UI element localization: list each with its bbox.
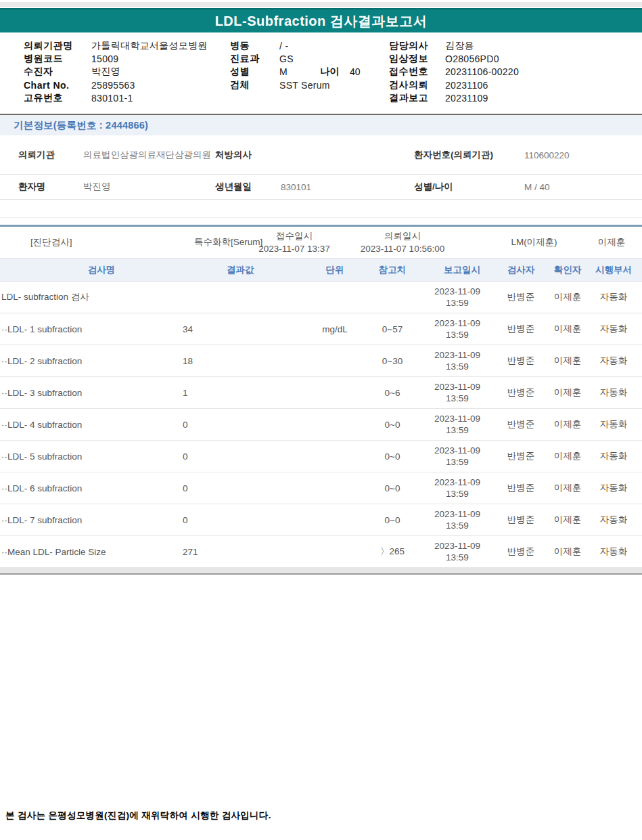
field-value: 박진영 — [91, 66, 120, 78]
report-date: 2023-11-09 — [423, 540, 492, 552]
section-gap — [0, 218, 642, 225]
report-date: 2023-11-09 — [423, 286, 492, 297]
report-datetime-cell: 2023-11-09 13:59 — [423, 413, 492, 436]
report-date: 2023-11-09 — [423, 477, 492, 488]
confirmer-cell: 이제훈 — [550, 482, 585, 494]
order-lm-staff: LM(이제훈) — [499, 236, 570, 248]
report-datetime-cell: 2023-11-09 13:59 — [423, 445, 492, 468]
field-label: 결과보고 — [389, 92, 445, 104]
outsourcing-note: 본 검사는 은평성모병원(진검)에 재위탁하여 시행한 검사입니다. — [5, 810, 271, 822]
tester-cell: 반병준 — [492, 482, 550, 494]
results-table-header: 검사명 결과값 단위 참고치 보고일시 검사자 확인자 시행부서 — [0, 259, 642, 282]
report-time: 13:59 — [423, 297, 492, 309]
tester-cell: 반병준 — [492, 418, 550, 430]
department-cell: 자동화 — [585, 291, 642, 303]
patient-header-field: 진료과 GS — [230, 52, 330, 65]
report-time: 13:59 — [423, 552, 492, 563]
result-value-cell: 271 — [156, 547, 308, 557]
confirmer-cell: 이제훈 — [550, 386, 585, 399]
request-value: 2023-11-07 10:56:00 — [348, 242, 457, 255]
basic-info-row-1: 의뢰기관 의료법인삼광의료재단삼광의원 처방의사 환자번호(의뢰기관) 1106… — [0, 135, 642, 175]
report-datetime-cell: 2023-11-09 13:59 — [423, 286, 492, 309]
patient-header-field: 결과보고 20231109 — [389, 92, 519, 105]
field-extra-value: 40 — [350, 66, 361, 77]
field-label: 검체 — [230, 79, 279, 91]
report-time: 13:59 — [423, 488, 492, 500]
report-time: 13:59 — [423, 329, 492, 340]
column-header-unit: 단위 — [308, 264, 362, 276]
patient-header-field: 병원코드 15009 — [24, 52, 208, 65]
field-value: 25895563 — [91, 80, 135, 91]
request-datetime: 의뢰일시 2023-11-07 10:56:00 — [348, 229, 457, 255]
result-value-cell: 18 — [156, 356, 308, 366]
result-row: ··LDL- 3 subfraction 1 0~6 2023-11-09 13… — [0, 377, 642, 409]
department-cell: 자동화 — [585, 482, 642, 494]
field-value: 20231106-00220 — [445, 66, 519, 77]
field-value: 박진영 — [83, 180, 212, 194]
result-row: ··LDL- 2 subfraction 18 0~30 2023-11-09 … — [0, 345, 642, 377]
report-title: LDL-Subfraction 검사결과보고서 — [215, 12, 428, 30]
report-date: 2023-11-09 — [423, 381, 492, 393]
patient-header-field: 성별 M 나이 40 — [230, 66, 330, 79]
top-gray-strip — [0, 2, 642, 7]
tester-cell: 반병준 — [492, 514, 550, 526]
section-gap — [0, 200, 642, 218]
result-row: ··LDL- 1 subfraction 34 mg/dL 0~57 2023-… — [0, 313, 642, 345]
test-name-cell: ··LDL- 1 subfraction — [0, 324, 156, 334]
tester-cell: 반병준 — [492, 323, 550, 335]
reference-range-cell: 0~0 — [362, 515, 423, 525]
report-datetime-cell: 2023-11-09 13:59 — [423, 381, 492, 404]
field-value: 의료법인삼광의료재단삼광의원 — [83, 148, 212, 162]
field-label: 진료과 — [230, 53, 279, 65]
report-datetime-cell: 2023-11-09 13:59 — [423, 508, 492, 531]
department-cell: 자동화 — [585, 450, 642, 462]
report-datetime-cell: 2023-11-09 13:59 — [423, 540, 492, 563]
test-name-cell: ··LDL- 5 subfraction — [0, 451, 156, 462]
patient-header-field: 고유번호 830101-1 — [24, 92, 208, 105]
report-title-bar: LDL-Subfraction 검사결과보고서 — [0, 8, 642, 32]
field-value: 20231109 — [445, 93, 488, 104]
field-label: 환자번호(의뢰기관) — [414, 149, 493, 161]
receipt-datetime: 접수일시 2023-11-07 13:37 — [244, 229, 345, 255]
column-header-tester: 검사자 — [492, 264, 550, 276]
patient-header-right-column: 담당의사 김장용 임상정보 O28056PD0 접수번호 20231106-00… — [389, 39, 519, 105]
patient-header-left-column: 의뢰기관명 가톨릭대학교서울성모병원 병원코드 15009 수진자 박진영 Ch… — [24, 39, 208, 105]
patient-header-field: 담당의사 김장용 — [389, 39, 519, 52]
field-value: M — [279, 66, 288, 77]
result-row: ··Mean LDL- Particle Size 271 〉265 2023-… — [0, 536, 642, 568]
result-row: ··LDL- 7 subfraction 0 0~0 2023-11-09 13… — [0, 504, 642, 536]
test-name-cell: LDL- subfraction 검사 — [0, 291, 156, 303]
column-header-confirmer: 확인자 — [550, 264, 585, 276]
patient-header-field: 병동 / - — [230, 39, 330, 52]
report-date: 2023-11-09 — [423, 317, 492, 329]
result-value-cell: 0 — [156, 483, 308, 493]
order-confirmer: 이제훈 — [580, 236, 642, 248]
report-time: 13:59 — [423, 361, 492, 372]
patient-header-field: 검사의뢰 20231106 — [389, 79, 519, 91]
report-datetime-cell: 2023-11-09 13:59 — [423, 317, 492, 340]
field-value: 15009 — [91, 53, 118, 64]
result-value-cell: 0 — [156, 420, 308, 430]
confirmer-cell: 이제훈 — [550, 323, 585, 335]
confirmer-cell: 이제훈 — [550, 355, 585, 367]
reference-range-cell: 〉265 — [362, 546, 423, 558]
field-value: 20231106 — [445, 80, 488, 91]
report-time: 13:59 — [423, 424, 492, 436]
field-label: 병원코드 — [24, 53, 91, 65]
field-value: 830101-1 — [91, 93, 133, 104]
report-date: 2023-11-09 — [423, 508, 492, 520]
department-cell: 자동화 — [585, 323, 642, 335]
patient-header-block: 의뢰기관명 가톨릭대학교서울성모병원 병원코드 15009 수진자 박진영 Ch… — [0, 39, 642, 107]
patient-header-field: Chart No. 25895563 — [24, 79, 208, 91]
field-label: 의뢰기관 — [18, 149, 55, 161]
field-label: 검사의뢰 — [389, 79, 445, 91]
column-header-reference: 참고치 — [362, 264, 423, 276]
reference-range-cell: 0~0 — [362, 420, 423, 430]
patient-header-field: 수진자 박진영 — [24, 66, 208, 79]
field-value: O28056PD0 — [445, 53, 499, 64]
lab-report-page: LDL-Subfraction 검사결과보고서 의뢰기관명 가톨릭대학교서울성모… — [0, 0, 642, 840]
column-header-department: 시행부서 — [585, 264, 642, 276]
reference-range-cell: 0~6 — [362, 388, 423, 398]
field-label: 담당의사 — [389, 40, 445, 52]
report-datetime-cell: 2023-11-09 13:59 — [423, 349, 492, 372]
